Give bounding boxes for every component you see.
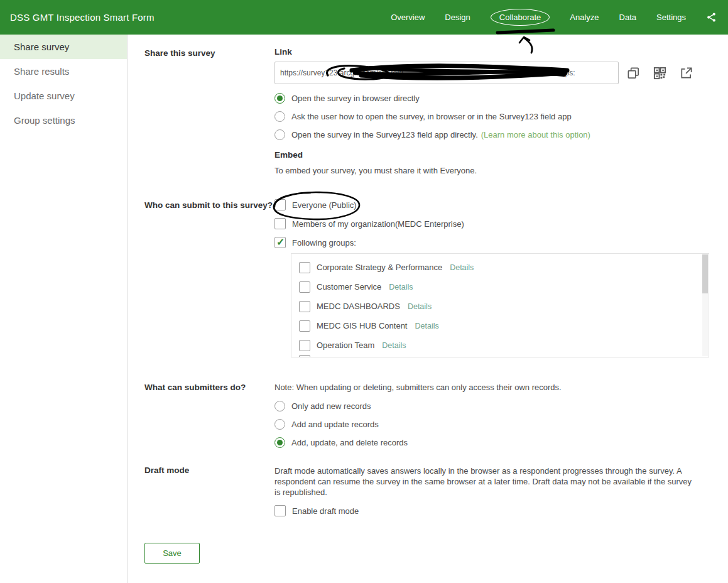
details-link[interactable]: Details [450,263,474,272]
app-title: DSS GMT Inspection Smart Form [10,12,155,23]
checkbox-icon[interactable] [299,320,310,332]
open-in-new-icon[interactable] [679,66,693,80]
checkbox-icon[interactable] [299,281,310,293]
group-list: Corporate Strategy & Performance Details… [291,253,709,357]
submit-option-group: Everyone (Public) Members of my organiza… [274,199,714,248]
radio-label: Open the survey in browser directly [291,94,420,103]
radio-label: Only add new records [291,401,371,411]
details-link[interactable]: Details [415,322,439,330]
sidebar-item-share-results[interactable]: Share results [0,59,127,84]
nav-analyze[interactable]: Analyze [570,13,599,22]
save-button[interactable]: Save [144,543,200,564]
radio-icon[interactable] [274,401,285,411]
group-name: Customer Service [317,282,381,292]
radio-add-update-delete[interactable]: Add, update, and delete records [274,437,714,448]
sidebar: Share survey Share results Update survey… [0,35,128,583]
checkbox-icon[interactable] [299,340,310,351]
checkbox-label: Members of my organization(MEDC Enterpri… [292,219,464,229]
group-list-scrollbar[interactable] [702,254,708,356]
section-submitter-permissions: What can submitters do? Note: When updat… [144,381,722,448]
checkbox-members-organization[interactable]: Members of my organization(MEDC Enterpri… [274,218,714,229]
link-url-prefix: https://survey123.arcgis.com/share/a [280,68,403,77]
group-name: MEDC DASHBOARDS [317,302,400,311]
scrollbar-thumb[interactable] [702,254,708,293]
link-tools [626,66,693,80]
radio-open-in-browser[interactable]: Open the survey in browser directly [274,93,714,104]
radio-ask-user[interactable]: Ask the user how to open the survey, in … [274,111,714,122]
radio-label: Ask the user how to open the survey, in … [291,112,572,121]
section-label-permissions: What can submitters do? [144,381,274,448]
group-name: MEDC GIS HUB Content [317,321,408,330]
radio-icon[interactable] [274,111,285,122]
copy-icon[interactable] [626,66,641,80]
checkbox-label: Enable draft mode [292,506,359,516]
checkbox-following-groups[interactable]: Following groups: [274,237,714,248]
radio-label: Open the survey in the Survey123 field a… [291,130,478,139]
section-label-who-can-submit: Who can submit to this survey? [144,199,274,357]
group-row-medc-gis-hub[interactable]: MEDC GIS HUB Content Details [299,316,709,335]
radio-label: Add, update, and delete records [291,438,408,447]
qr-code-icon[interactable] [653,66,667,80]
section-label-draft-mode: Draft mode [144,464,274,516]
details-link[interactable]: Details [408,302,432,311]
group-row-customer-service[interactable]: Customer Service Details [299,277,709,297]
share-icon[interactable] [706,12,717,23]
radio-open-in-field-app[interactable]: Open the survey in the Survey123 field a… [274,129,714,140]
section-who-can-submit: Who can submit to this survey? Everyone … [144,199,722,357]
survey-link-input[interactable]: https://survey123.arcgis.com/share/a ?po… [274,62,619,84]
open-option-group: Open the survey in browser directly Ask … [274,93,714,140]
nav-design[interactable]: Design [445,13,470,22]
group-row-partial[interactable] [299,355,709,357]
section-draft-mode: Draft mode Draft mode automatically save… [144,464,722,516]
group-row-operation-team[interactable]: Operation Team Details [299,335,709,355]
radio-only-add[interactable]: Only add new records [274,401,714,411]
checkbox-everyone-public[interactable]: Everyone (Public) [274,199,714,210]
radio-label: Add and update records [291,420,379,429]
sidebar-item-update-survey[interactable]: Update survey [0,84,127,108]
checkbox-icon[interactable] [299,262,310,273]
radio-icon[interactable] [274,129,285,140]
checkbox-icon[interactable] [299,355,310,357]
radio-add-update[interactable]: Add and update records [274,419,714,430]
nav-overview[interactable]: Overview [391,13,425,22]
group-row-medc-dashboards[interactable]: MEDC DASHBOARDS Details [299,297,709,316]
checkbox-icon[interactable] [274,199,286,210]
permissions-option-group: Only add new records Add and update reco… [274,401,714,448]
link-label: Link [274,47,714,57]
group-name: Operation Team [317,341,374,350]
group-name: Corporate Strategy & Performance [317,263,442,272]
section-share-survey: Share this survey Link https://survey123… [144,47,722,175]
checkbox-enable-draft-mode[interactable]: Enable draft mode [274,505,714,516]
main-content: Share this survey Link https://survey123… [128,35,728,583]
permissions-note: Note: When updating or deleting, submitt… [274,381,714,392]
embed-note: To embed your survey, you must share it … [274,166,714,175]
checkbox-label: Everyone (Public) [292,200,357,210]
radio-selected-icon[interactable] [274,437,285,448]
section-label-share-survey: Share this survey [144,47,274,175]
link-url-suffix: ?portalUrl=https: [519,68,575,77]
checkbox-icon[interactable] [274,218,286,229]
checkbox-icon[interactable] [274,505,286,516]
group-row-corporate-strategy[interactable]: Corporate Strategy & Performance Details [299,258,709,277]
link-url-redacted [403,73,519,74]
radio-icon[interactable] [274,419,285,430]
radio-selected-icon[interactable] [274,93,285,104]
details-link[interactable]: Details [382,341,406,350]
sidebar-item-group-settings[interactable]: Group settings [0,108,127,133]
embed-label: Embed [274,150,714,160]
nav-collaborate[interactable]: Collaborate [491,9,550,26]
checkbox-icon[interactable] [299,301,310,312]
top-nav: Overview Design Collaborate Analyze Data… [391,9,717,26]
nav-settings[interactable]: Settings [656,13,686,22]
app-header: DSS GMT Inspection Smart Form Overview D… [0,0,728,35]
sidebar-item-share-survey[interactable]: Share survey [0,35,127,59]
draft-description: Draft mode automatically saves answers l… [274,464,698,498]
link-row: https://survey123.arcgis.com/share/a ?po… [274,62,714,84]
checkbox-checked-icon[interactable] [274,237,286,248]
checkbox-label: Following groups: [292,238,356,248]
learn-more-link[interactable]: (Learn more about this option) [481,130,590,139]
details-link[interactable]: Details [389,283,413,292]
nav-data[interactable]: Data [619,13,636,22]
